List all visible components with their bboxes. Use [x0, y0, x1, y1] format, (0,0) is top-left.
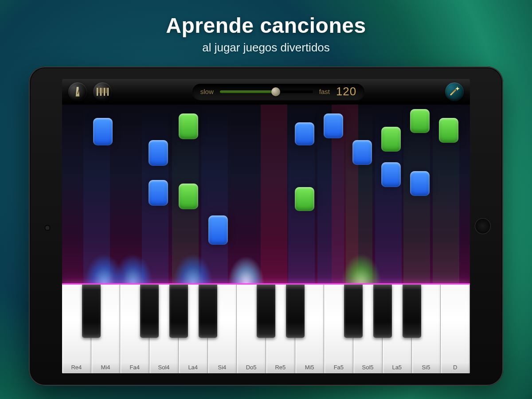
falling-note	[149, 140, 168, 166]
hit-splash	[226, 254, 266, 285]
metronome-icon	[74, 87, 81, 97]
key-label: Si5	[412, 364, 441, 371]
headline: Aprende canciones	[0, 13, 532, 38]
key-label: Do5	[237, 364, 266, 371]
black-key-after-Re5[interactable]	[286, 285, 305, 338]
keyboard-size-button[interactable]	[93, 82, 112, 101]
tablet-home-button	[475, 218, 491, 234]
black-key-after-La4[interactable]	[199, 285, 217, 338]
key-label: Mi4	[91, 364, 120, 371]
tablet-camera-icon	[46, 226, 49, 230]
key-label: La5	[383, 364, 411, 371]
keys-icon	[97, 88, 109, 96]
key-label: Si4	[208, 364, 237, 371]
subheadline: al jugar juegos divertidos	[0, 41, 532, 55]
promo-background: Aprende canciones al jugar juegos divert…	[0, 0, 532, 399]
key-label: Re5	[266, 364, 295, 371]
key-label: Fa4	[120, 364, 149, 371]
black-key-after-Re4[interactable]	[82, 285, 101, 338]
metronome-button[interactable]	[68, 82, 87, 101]
tempo-control: slow fast 120	[192, 84, 365, 100]
key-label: La4	[179, 364, 207, 371]
piano-keyboard: Re4Mi4Fa4Sol4La4Si4Do5Re5Mi5Fa5Sol5La5Si…	[62, 285, 470, 373]
tempo-value: 120	[336, 85, 356, 98]
lane-glow	[201, 105, 228, 285]
tempo-fast-label: fast	[319, 88, 330, 95]
falling-note	[381, 127, 401, 152]
black-key-after-Fa5[interactable]	[344, 285, 363, 338]
key-label: Fa5	[324, 364, 353, 371]
white-key-D[interactable]: D	[441, 285, 470, 373]
black-key-after-Do5[interactable]	[257, 285, 275, 338]
key-label: D	[441, 364, 469, 371]
app-screen: slow fast 120 Re4Mi4Fa4Sol4La4Si4Do5Re5M…	[62, 79, 470, 373]
black-key-after-Fa4[interactable]	[140, 285, 159, 338]
lane-glow	[261, 105, 287, 285]
magic-button[interactable]	[445, 82, 464, 101]
falling-note	[179, 113, 198, 139]
falling-note	[149, 180, 168, 206]
falling-note	[295, 187, 314, 211]
toolbar: slow fast 120	[62, 79, 470, 105]
falling-note	[410, 109, 430, 133]
falling-note	[439, 118, 458, 143]
lane-glow	[346, 105, 372, 285]
falling-note	[381, 162, 401, 187]
black-key-after-Sol5[interactable]	[373, 285, 392, 338]
falling-note	[410, 171, 430, 196]
tempo-knob[interactable]	[271, 87, 280, 96]
tempo-slow-label: slow	[200, 88, 214, 95]
falling-note	[179, 184, 198, 209]
key-label: Mi5	[295, 364, 324, 371]
falling-note	[324, 113, 343, 138]
tempo-slider[interactable]	[220, 90, 313, 93]
black-key-after-La5[interactable]	[403, 285, 421, 338]
falling-note	[352, 140, 372, 165]
magic-wand-icon	[450, 87, 459, 97]
black-key-after-Sol4[interactable]	[169, 285, 188, 338]
note-lane	[62, 105, 470, 285]
key-label: Sol4	[149, 364, 178, 371]
key-label: Sol5	[353, 364, 382, 371]
falling-note	[93, 118, 113, 145]
tablet-frame: slow fast 120 Re4Mi4Fa4Sol4La4Si4Do5Re5M…	[29, 66, 503, 386]
key-label: Re4	[62, 364, 91, 371]
falling-note	[295, 122, 314, 145]
falling-note	[208, 215, 228, 245]
